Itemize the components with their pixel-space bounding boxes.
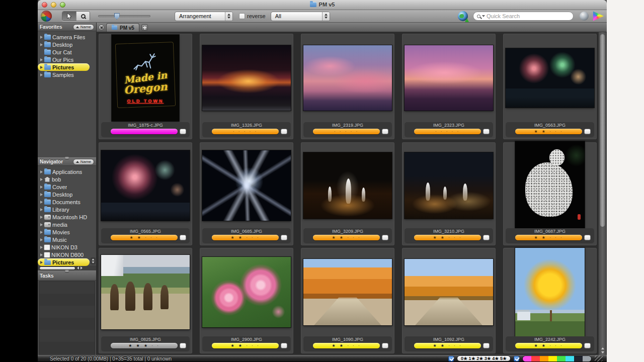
rating-bar[interactable]: ★ ★ · · · [515, 343, 582, 348]
color-profile-icon[interactable] [593, 11, 604, 21]
rating-bar[interactable]: ★ ★ · · · [212, 343, 279, 348]
navigator-item[interactable]: Applications [38, 168, 96, 175]
reverse-checkbox[interactable] [239, 13, 245, 19]
arrangement-select[interactable]: Arrangement [175, 12, 233, 21]
photo-thumbnail[interactable] [202, 150, 291, 221]
tab-pm-v5[interactable]: PM v5 [106, 23, 139, 32]
photo-select-checkbox[interactable] [483, 129, 490, 134]
rating-bar[interactable]: ★ ★ · · · [515, 129, 582, 134]
photo-cell[interactable]: IMG_2319.JPG · · · · · [301, 34, 394, 139]
rating-filter-pill[interactable]: 0★ 1★ 2★ 3★ 4★ 5★ [457, 355, 511, 361]
photo-thumbnail[interactable] [515, 248, 585, 336]
disclosure-triangle-icon[interactable] [40, 201, 43, 204]
photo-thumbnail[interactable] [101, 150, 190, 221]
disclosure-triangle-icon[interactable] [40, 36, 43, 39]
color-swatch[interactable] [566, 356, 574, 362]
navigator-item[interactable]: Macintosh HD [38, 213, 96, 221]
photo-thumbnail[interactable] [405, 45, 493, 111]
disclosure-triangle-icon[interactable] [40, 58, 43, 61]
scroll-up-icon[interactable] [92, 258, 94, 260]
rating-bar[interactable]: ★ ★ · · · [414, 235, 481, 240]
photo-select-checkbox[interactable] [382, 235, 388, 240]
quick-search-field[interactable] [473, 12, 574, 21]
photo-cell[interactable]: IMG_2242.JPG ★ ★ · · · [503, 248, 597, 353]
rating-bar[interactable]: ★ ★ · · · [111, 235, 178, 240]
disclosure-triangle-icon[interactable] [40, 253, 43, 256]
disclosure-triangle-icon[interactable] [40, 178, 43, 181]
color-class-filter-checkbox[interactable] [514, 356, 519, 361]
color-swatch[interactable] [548, 356, 557, 362]
photo-thumbnail[interactable] [515, 141, 585, 230]
resize-grip-icon[interactable] [595, 355, 603, 361]
disclosure-triangle-icon[interactable] [40, 73, 43, 76]
photo-thumbnail[interactable] [303, 152, 392, 219]
color-swatch[interactable] [540, 356, 548, 362]
photo-cell[interactable]: IMG_3210.JPG ★ ★ · · · [402, 142, 496, 245]
disclosure-triangle-icon[interactable] [40, 66, 43, 69]
navigator-item[interactable]: Desktop [38, 191, 96, 198]
navigator-sort-button[interactable]: Name [73, 159, 94, 165]
upload-globe-icon[interactable] [458, 11, 468, 21]
photo-select-checkbox[interactable] [483, 235, 490, 240]
photo-cell[interactable]: IMG_0565.JPG ★ ★ · · · [99, 142, 192, 245]
photo-thumbnail[interactable] [405, 259, 493, 325]
navigator-scroll-arrows[interactable] [91, 257, 96, 264]
grid-vertical-scrollbar[interactable] [598, 32, 606, 355]
pane-resize-handle[interactable] [65, 157, 69, 159]
favorites-item-pictures-selected[interactable]: Pictures [38, 63, 90, 71]
photo-cell[interactable]: IMG_2900.JPG ★ ★ · · · [200, 248, 293, 353]
disclosure-triangle-icon[interactable] [40, 43, 43, 46]
rating-bar[interactable]: ★ ★ ★ · · [111, 343, 178, 348]
search-input[interactable] [487, 13, 570, 19]
rating-bar[interactable]: · · · · · [212, 129, 279, 134]
disclosure-triangle-icon[interactable] [40, 246, 43, 249]
photo-thumbnail[interactable] [303, 45, 392, 111]
title-bar[interactable]: PM v5 [38, 0, 607, 10]
photo-thumbnail[interactable]: Made in Oregon OLD TOWN [112, 35, 179, 121]
navigator-item-pictures-selected[interactable]: Pictures [38, 258, 90, 266]
photo-select-checkbox[interactable] [180, 235, 186, 240]
photo-cell[interactable]: IMG_0825.JPG ★ ★ ★ · · [99, 248, 192, 353]
scroll-up-icon[interactable] [601, 347, 604, 349]
color-swatch[interactable] [531, 356, 540, 362]
disclosure-triangle-icon[interactable] [40, 261, 43, 264]
navigator-item[interactable]: Movies [38, 228, 96, 236]
zoom-tool-button[interactable] [76, 12, 90, 21]
photo-select-checkbox[interactable] [584, 343, 591, 348]
photo-select-checkbox[interactable] [281, 129, 287, 134]
photo-select-checkbox[interactable] [483, 343, 490, 348]
rating-bar[interactable]: ★ ★ · · · [212, 235, 279, 240]
photo-thumbnail[interactable] [506, 48, 594, 108]
thumbnail-size-slider[interactable] [98, 15, 150, 17]
filter-select[interactable]: All [271, 12, 330, 21]
color-swatch[interactable] [583, 356, 591, 362]
photo-cell[interactable]: IMG_2323.JPG · · · · · [402, 34, 496, 139]
rating-bar[interactable]: ★ ★ · · · [515, 235, 582, 240]
photo-cell[interactable]: Made in Oregon OLD TOWN IMG_1875-c.JPG [99, 34, 192, 139]
search-options-arrow-icon[interactable] [482, 15, 485, 17]
photo-thumbnail[interactable] [202, 257, 291, 327]
slider-thumb[interactable] [114, 13, 120, 20]
disclosure-triangle-icon[interactable] [40, 231, 43, 234]
scroll-right-icon[interactable] [80, 266, 83, 269]
favorites-item[interactable]: Samples [38, 71, 96, 78]
photo-select-checkbox[interactable] [382, 343, 388, 348]
photo-select-checkbox[interactable] [382, 129, 388, 134]
photo-select-checkbox[interactable] [180, 129, 186, 134]
photo-thumbnail[interactable] [405, 152, 493, 219]
photo-select-checkbox[interactable] [584, 235, 591, 240]
scrollbar-thumb[interactable] [600, 34, 605, 227]
tab-close-button[interactable] [99, 25, 104, 30]
color-swatch[interactable] [557, 356, 566, 362]
photo-cell[interactable]: IMG_1092.JPG ★ ★ · · · [402, 248, 496, 353]
scroll-left-icon[interactable] [77, 266, 79, 269]
rating-bar[interactable]: ★ ★ · · · [313, 343, 380, 348]
photo-cell[interactable]: IMG_3209.JPG ★ ★ · · · [301, 142, 394, 245]
rating-bar[interactable] [111, 129, 178, 134]
sphere-icon[interactable] [580, 12, 589, 21]
photo-cell[interactable]: IMG_1326.JPG · · · · · [200, 34, 293, 139]
rating-bar[interactable]: ★ ★ · · · [414, 343, 481, 348]
navigator-item[interactable]: NIKON D800 [38, 251, 96, 258]
navigator-item[interactable]: Documents [38, 198, 96, 206]
navigator-item[interactable]: Cover [38, 183, 96, 191]
